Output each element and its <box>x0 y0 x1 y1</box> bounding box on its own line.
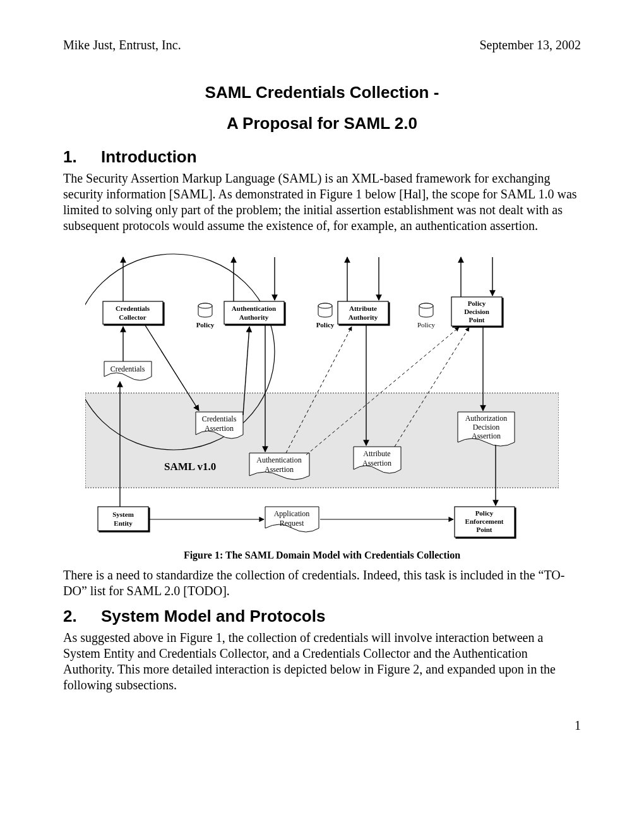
header-right: September 13, 2002 <box>479 38 581 52</box>
header-row: Mike Just, Entrust, Inc. September 13, 2… <box>63 38 581 52</box>
svg-point-17 <box>318 303 332 308</box>
svg-text:Policy: Policy <box>316 321 335 329</box>
header-left: Mike Just, Entrust, Inc. <box>63 38 181 52</box>
application-request-doc: Application Request <box>265 507 319 532</box>
document-page: Mike Just, Entrust, Inc. September 13, 2… <box>0 0 644 758</box>
heading-1-title: Introduction <box>101 147 197 166</box>
heading-1: 1.Introduction <box>63 147 581 167</box>
svg-text:Attribute: Attribute <box>363 449 390 458</box>
svg-text:Request: Request <box>280 519 304 528</box>
title-line-2: A Proposal for SAML 2.0 <box>63 114 581 133</box>
svg-text:Credentials: Credentials <box>116 305 150 312</box>
credentials-doc: Credentials <box>104 361 152 380</box>
svg-text:Policy: Policy <box>196 321 215 329</box>
svg-text:Credentials: Credentials <box>110 365 145 373</box>
system-entity-box: System Entity <box>98 507 148 531</box>
svg-text:Assertion: Assertion <box>205 424 234 433</box>
credentials-collector-box: Credentials Collector <box>103 301 163 324</box>
heading-1-number: 1. <box>63 147 101 167</box>
svg-text:Enforcement: Enforcement <box>465 517 504 525</box>
svg-text:Policy: Policy <box>468 299 486 307</box>
intro-paragraph-1: The Security Assertion Markup Language (… <box>63 171 581 234</box>
policy-decision-point-box: Policy Decision Point <box>451 297 502 326</box>
svg-text:Policy: Policy <box>417 321 436 329</box>
svg-text:Point: Point <box>468 316 484 323</box>
policy-cylinder-2: Policy <box>316 303 335 329</box>
svg-text:Decision: Decision <box>464 308 489 315</box>
svg-text:System: System <box>112 511 134 518</box>
attribute-authority-box: Attribute Authority <box>338 301 388 324</box>
svg-text:Attribute: Attribute <box>349 305 377 312</box>
heading-2-title: System Model and Protocols <box>101 607 325 626</box>
svg-text:Assertion: Assertion <box>362 459 391 468</box>
svg-text:Authentication: Authentication <box>256 456 301 464</box>
svg-text:Authority: Authority <box>239 313 269 321</box>
svg-text:Collector: Collector <box>119 313 146 321</box>
policy-enforcement-point-box: Policy Enforcement Point <box>455 507 515 537</box>
heading-2-number: 2. <box>63 607 101 626</box>
svg-text:Authentication: Authentication <box>232 305 276 312</box>
svg-text:Policy: Policy <box>475 509 494 517</box>
saml-band-label: SAML v1.0 <box>164 461 216 473</box>
svg-text:Entity: Entity <box>114 519 133 527</box>
title-block: SAML Credentials Collection - A Proposal… <box>63 83 581 133</box>
heading-2: 2.System Model and Protocols <box>63 607 581 626</box>
figure-1-caption: Figure 1: The SAML Domain Model with Cre… <box>63 550 581 561</box>
svg-text:Point: Point <box>476 526 492 533</box>
figure-1: SAML v1.0 Credentials Collector Authenti… <box>85 241 559 545</box>
svg-point-20 <box>419 303 433 308</box>
page-number: 1 <box>63 718 581 733</box>
svg-text:Credentials: Credentials <box>202 414 237 423</box>
svg-text:Decision: Decision <box>473 423 500 432</box>
svg-text:Application: Application <box>274 509 310 518</box>
svg-point-14 <box>198 303 212 308</box>
authentication-authority-box: Authentication Authority <box>224 301 284 324</box>
intro-paragraph-2: There is a need to standardize the colle… <box>63 567 581 599</box>
svg-text:Authority: Authority <box>349 313 378 321</box>
title-line-1: SAML Credentials Collection - <box>63 83 581 102</box>
svg-text:Authorization: Authorization <box>465 414 508 423</box>
svg-text:Assertion: Assertion <box>265 465 294 474</box>
policy-cylinder-3: Policy <box>417 303 436 329</box>
policy-cylinder-1: Policy <box>196 303 215 329</box>
svg-text:Assertion: Assertion <box>472 432 501 440</box>
section-2-paragraph-1: As suggested above in Figure 1, the coll… <box>63 630 581 693</box>
